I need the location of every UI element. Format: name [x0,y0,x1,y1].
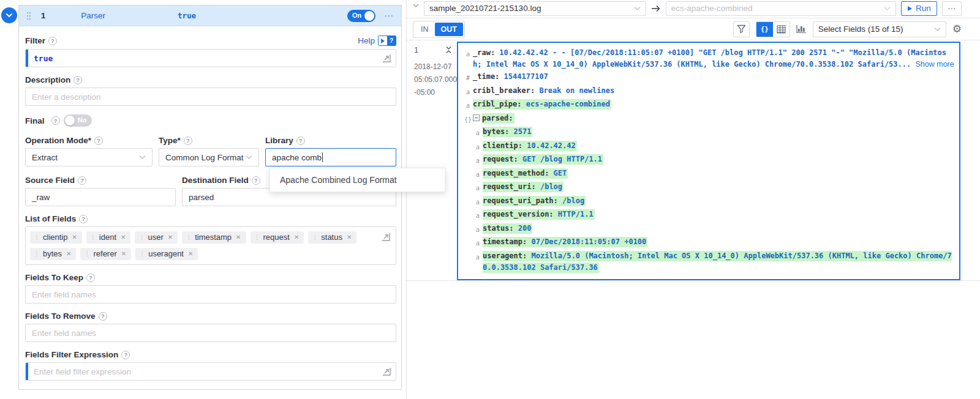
field-tag[interactable]: ⋮ident✕ [86,231,131,244]
chart-view-button[interactable] [796,24,807,34]
gear-icon[interactable]: ⚙ [952,24,962,34]
source-field-input[interactable]: _raw [25,188,176,206]
remove-tag-icon[interactable]: ✕ [168,234,173,241]
chevron-down-icon[interactable] [413,4,419,8]
function-menu-button[interactable]: ⋯ [384,10,394,21]
remove-tag-icon[interactable]: ✕ [72,234,77,241]
collapse-event-icon[interactable] [445,46,452,54]
drag-handle-icon[interactable]: ⋮ [138,234,145,241]
help-circle-icon[interactable] [74,76,82,84]
help-circle-icon[interactable] [78,176,86,185]
field-value[interactable]: /blog [558,196,584,205]
field-value[interactable]: ecs-apache-combined [521,100,610,108]
drag-handle-icon[interactable]: ⋮ [312,234,318,241]
function-name-link[interactable]: Parser [81,11,105,20]
remove-tag-icon[interactable]: ✕ [347,234,352,241]
field-value[interactable]: GET /blog HTTP/1.1 [518,155,602,163]
field-key[interactable]: timestamp: [483,237,527,246]
filter-events-button[interactable] [733,21,750,37]
field-value[interactable]: 07/Dec/2018:11:05:07 +0100 [527,237,646,246]
field-key[interactable]: _time: [473,72,499,81]
list-of-fields-input[interactable]: ⋮clientip✕⋮ident✕⋮user✕⋮timestamp✕⋮reque… [25,226,396,265]
field-key[interactable]: request_uri: [483,182,536,191]
drag-handle-icon[interactable]: ⋮ [34,250,40,257]
drag-handle-icon[interactable]: ⋮ [34,234,40,241]
final-toggle[interactable]: No [64,114,92,127]
field-key[interactable]: request_method: [483,169,549,177]
type-select[interactable]: Common Log Format [159,148,259,166]
field-value[interactable]: 200 [514,224,532,233]
drag-handle-icon[interactable] [26,12,31,20]
remove-tag-icon[interactable]: ✕ [294,234,299,241]
field-tag[interactable]: ⋮referer✕ [80,248,131,260]
field-tag[interactable]: ⋮status✕ [308,231,356,244]
field-value[interactable]: Mozilla/5.0 (Macintosh; Intel Mac OS X 1… [483,252,952,272]
drag-handle-icon[interactable]: ⋮ [186,234,192,241]
help-circle-icon[interactable] [296,136,305,145]
field-value[interactable]: HTTP/1.1 [554,210,594,218]
remove-tag-icon[interactable]: ✕ [121,234,126,241]
pipeline-select[interactable]: ecs-apache-combined [666,1,897,16]
field-value[interactable]: GET [549,169,567,177]
field-key[interactable]: bytes: [483,127,509,136]
help-circle-icon[interactable] [184,136,192,145]
field-key[interactable]: _raw: [473,48,495,57]
operation-mode-select[interactable]: Extract [25,148,153,166]
field-tag[interactable]: ⋮useragent✕ [135,248,198,260]
field-key[interactable]: parsed: [482,114,513,122]
library-dropdown-option[interactable]: Apache Combined Log Format [270,168,445,192]
help-link[interactable]: Help [358,36,375,45]
library-input[interactable]: apache comb [265,148,396,166]
table-view-button[interactable] [773,22,790,37]
help-circle-icon[interactable] [79,215,88,223]
preview-more-button[interactable]: ⋯ [942,1,962,16]
field-key[interactable]: clientip: [483,141,522,150]
fields-filter-expression-input[interactable]: Enter field filter expression [25,362,396,381]
collapse-toggle-icon[interactable] [473,114,480,121]
field-key[interactable]: useragent: [483,252,527,260]
field-tag[interactable]: ⋮timestamp✕ [182,231,246,244]
field-tag[interactable]: ⋮bytes✕ [30,248,76,260]
remove-tag-icon[interactable]: ✕ [121,250,126,257]
drag-handle-icon[interactable]: ⋮ [90,234,96,241]
field-key[interactable]: cribl_breaker: [473,86,535,95]
fields-to-keep-input[interactable]: Enter field names [25,285,396,304]
drag-handle-icon[interactable]: ⋮ [84,250,90,257]
help-circle-icon[interactable] [51,116,60,125]
help-circle-icon[interactable] [94,136,103,145]
help-docs-icon[interactable] [378,35,396,46]
field-value[interactable]: 1544177107 [499,72,548,81]
run-button[interactable]: Run [901,1,937,16]
field-key[interactable]: status: [483,224,514,233]
expand-editor-icon[interactable] [382,367,391,376]
field-key[interactable]: request_uri_path: [483,196,558,205]
help-circle-icon[interactable] [252,176,260,185]
field-value[interactable]: Break on newlines [535,86,614,95]
field-value[interactable]: 10.42.42.42 [522,141,576,150]
field-value[interactable]: 10.42.42.42 - - [07/Dec/2018:11:05:07 +0… [473,48,946,69]
json-view-button[interactable]: {} [756,22,773,37]
field-value[interactable]: /blog [536,182,562,191]
collapse-function-button[interactable] [1,7,17,23]
filter-input[interactable]: true [25,49,396,67]
drag-handle-icon[interactable]: ⋮ [139,250,145,257]
function-header[interactable]: 1 Parser true On ⋯ [19,6,401,26]
field-value[interactable]: 2571 [509,127,531,136]
expand-editor-icon[interactable] [382,233,390,241]
help-circle-icon[interactable] [48,37,57,45]
field-key[interactable]: request_version: [483,210,554,218]
show-more-link[interactable]: Show more [915,60,954,69]
field-tag[interactable]: ⋮clientip✕ [30,231,82,244]
select-fields-dropdown[interactable]: Select Fields (15 of 15) [813,21,946,37]
description-input[interactable]: Enter a description [25,88,396,106]
field-tag[interactable]: ⋮request✕ [251,231,304,244]
event-detail-box[interactable]: a_raw: 10.42.42.42 - - [07/Dec/2018:11:0… [457,42,960,280]
function-enabled-toggle[interactable]: On [347,10,375,22]
fields-to-remove-input[interactable]: Enter field names [25,324,396,342]
remove-tag-icon[interactable]: ✕ [66,250,71,257]
field-key[interactable]: cribl_pipe: [473,100,521,108]
remove-tag-icon[interactable]: ✕ [188,250,193,257]
sample-file-select[interactable]: sample_20210721-215130.log [424,1,646,16]
field-key[interactable]: request: [483,155,518,163]
help-circle-icon[interactable] [99,312,107,321]
